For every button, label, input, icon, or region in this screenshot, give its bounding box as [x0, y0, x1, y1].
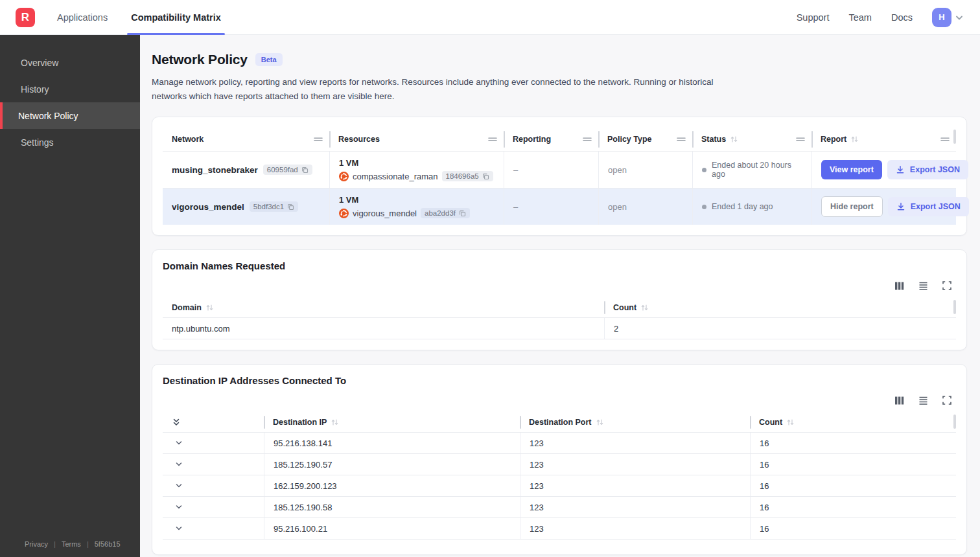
sidebar-item-overview[interactable]: Overview	[0, 49, 140, 76]
export-json-label: Export JSON	[911, 202, 961, 211]
ubuntu-icon	[339, 209, 349, 218]
resource-id: aba2dd3f	[425, 209, 456, 217]
columns-icon[interactable]	[894, 395, 905, 406]
column-header-destination-port: Destination Port	[520, 413, 750, 432]
column-menu-icon[interactable]	[488, 136, 497, 142]
status-cell: Ended 1 day ago	[692, 188, 811, 225]
expand-icon[interactable]	[942, 280, 952, 291]
column-header-status: Status	[692, 128, 811, 151]
networks-card: Network Resources Reporting	[152, 117, 967, 236]
rows-icon[interactable]	[918, 280, 929, 291]
double-chevron-down-icon[interactable]	[172, 418, 181, 427]
column-menu-icon[interactable]	[940, 136, 950, 142]
copy-icon[interactable]	[482, 173, 489, 180]
table-bottom-border	[163, 539, 956, 544]
row-expander[interactable]	[163, 475, 264, 496]
row-expander[interactable]	[163, 518, 264, 539]
destination-row[interactable]: 95.216.100.21 123 16	[163, 517, 956, 539]
column-label: Policy Type	[607, 135, 652, 144]
network-row[interactable]: musing_stonebraker 60959fad 1 VM compass…	[163, 151, 956, 188]
export-json-label: Export JSON	[910, 165, 960, 174]
app-logo[interactable]: R	[16, 8, 35, 27]
destination-ip-cell: 185.125.190.57	[264, 454, 520, 475]
status-text: Ended about 20 hours ago	[712, 161, 804, 179]
sidebar-item-history[interactable]: History	[0, 76, 140, 102]
destination-port-cell: 123	[520, 497, 750, 517]
destination-row[interactable]: 185.125.190.58 123 16	[163, 496, 956, 517]
sidebar-footer: Privacy | Terms | 5f56b15	[0, 540, 140, 557]
sidebar-item-settings[interactable]: Settings	[0, 129, 140, 155]
divider: |	[87, 540, 89, 548]
nav-link-docs[interactable]: Docs	[891, 12, 913, 23]
user-menu[interactable]: H	[932, 8, 964, 27]
main-content: Network Policy Beta Manage network polic…	[140, 35, 980, 557]
report-cell: Hide report Export JSON	[811, 188, 977, 225]
card-title: Destination IP Addresses Connected To	[163, 375, 956, 386]
expand-icon[interactable]	[942, 395, 952, 406]
column-label: Report	[821, 135, 846, 144]
copy-icon[interactable]	[287, 203, 294, 210]
policy-type-cell: open	[598, 188, 692, 225]
sort-icon[interactable]	[331, 418, 339, 426]
network-row[interactable]: vigorous_mendel 5bdf3dc1 1 VM vigorous_m…	[163, 188, 956, 225]
count-cell: 2	[604, 318, 956, 339]
column-menu-icon[interactable]	[677, 136, 686, 142]
resource-count: 1 VM	[339, 195, 358, 205]
resource-name: vigorous_mendel	[353, 209, 417, 218]
divider: |	[54, 540, 56, 548]
column-menu-icon[interactable]	[583, 136, 592, 142]
export-json-button[interactable]: Export JSON	[888, 197, 969, 216]
destination-row[interactable]: 185.125.190.57 123 16	[163, 453, 956, 475]
column-label: Network	[172, 135, 204, 144]
copy-icon[interactable]	[459, 210, 466, 217]
copy-icon[interactable]	[301, 166, 309, 174]
tab-applications[interactable]: Applications	[57, 0, 108, 35]
tab-compatibility-matrix[interactable]: Compatibility Matrix	[131, 0, 221, 35]
primary-nav: Applications Compatibility Matrix	[57, 0, 221, 35]
rows-icon[interactable]	[918, 395, 929, 406]
resources-cell: 1 VM vigorous_mendel aba2dd3f	[329, 188, 504, 225]
count-cell: 16	[750, 433, 956, 453]
column-label: Reporting	[513, 135, 551, 144]
page-description: Manage network policy, reporting and vie…	[152, 75, 738, 103]
row-expander[interactable]	[163, 497, 264, 517]
avatar[interactable]: H	[932, 8, 951, 27]
destination-row[interactable]: 162.159.200.123 123 16	[163, 475, 956, 496]
reporting-cell: –	[504, 188, 598, 225]
terms-link[interactable]: Terms	[62, 540, 81, 548]
destination-port-cell: 123	[520, 433, 750, 453]
column-header-resources: Resources	[329, 128, 504, 151]
column-menu-icon[interactable]	[314, 136, 323, 142]
sort-icon[interactable]	[640, 304, 649, 312]
sort-icon[interactable]	[205, 304, 214, 312]
column-label: Count	[759, 418, 782, 427]
sort-icon[interactable]	[786, 418, 795, 426]
row-expander[interactable]	[163, 454, 264, 475]
count-cell: 16	[750, 518, 956, 539]
network-name: musing_stonebraker	[172, 165, 258, 175]
nav-link-support[interactable]: Support	[797, 12, 830, 23]
status-cell: Ended about 20 hours ago	[692, 152, 811, 188]
privacy-link[interactable]: Privacy	[25, 540, 48, 548]
domain-row[interactable]: ntp.ubuntu.com 2	[163, 317, 956, 339]
sidebar-item-network-policy[interactable]: Network Policy	[0, 102, 140, 129]
view-report-button[interactable]: View report	[821, 160, 882, 179]
nav-link-team[interactable]: Team	[848, 12, 871, 23]
export-json-button[interactable]: Export JSON	[887, 160, 968, 179]
column-menu-icon[interactable]	[796, 136, 805, 142]
column-header-count: Count	[750, 413, 956, 432]
column-header-reporting: Reporting	[504, 128, 598, 151]
domain-names-card: Domain Names Requested Domain Count	[152, 249, 967, 350]
status-text: Ended 1 day ago	[712, 202, 773, 211]
columns-icon[interactable]	[894, 280, 905, 291]
sort-icon[interactable]	[596, 418, 604, 426]
column-header-report: Report	[811, 128, 956, 151]
table-toolbar	[163, 280, 952, 291]
sort-icon[interactable]	[850, 135, 859, 143]
destination-row[interactable]: 95.216.138.141 123 16	[163, 432, 956, 453]
network-name: vigorous_mendel	[172, 202, 244, 212]
destination-table-header: Destination IP Destination Port Count	[163, 413, 956, 432]
sort-icon[interactable]	[730, 135, 738, 143]
row-expander[interactable]	[163, 433, 264, 453]
hide-report-button[interactable]: Hide report	[821, 196, 883, 217]
